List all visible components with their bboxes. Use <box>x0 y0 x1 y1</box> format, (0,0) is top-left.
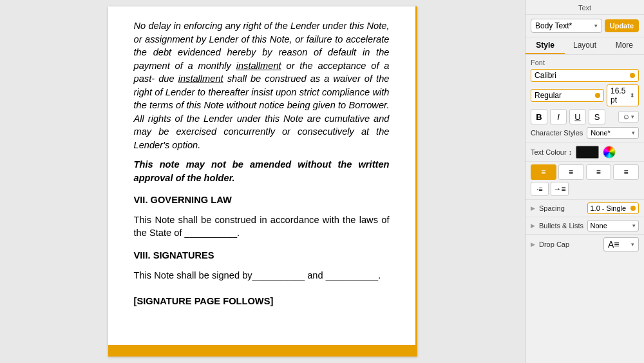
font-size-value: 16.5 pt <box>611 86 630 104</box>
align-left-button[interactable]: ≡ <box>531 164 556 180</box>
dropcap-collapse-arrow[interactable]: ▶ <box>531 241 535 248</box>
amendment-notice: This note may not be amended without the… <box>134 158 390 184</box>
section7-body: This Note shall be construed in accordan… <box>134 213 390 240</box>
alignment-section: ≡ ≡ ≡ ≡ ·≡ →≡ <box>526 162 644 200</box>
section8-heading: VIII. SIGNATURES <box>134 249 390 262</box>
char-styles-chevron: ▾ <box>632 130 635 136</box>
drop-cap-row: ▶ Drop Cap A≡ ▾ <box>526 235 644 254</box>
page-content: No delay in enforcing any right of the L… <box>134 19 390 308</box>
spacing-indicator <box>630 206 636 211</box>
spacing-select[interactable]: 1.0 - Single <box>587 202 639 214</box>
font-family-select[interactable]: Calibri <box>531 69 639 82</box>
tab-row: Style Layout More <box>526 37 644 55</box>
bullets-chevron: ▾ <box>632 222 636 229</box>
font-family-indicator <box>630 73 635 78</box>
character-styles-row: Character Styles None* ▾ <box>531 127 639 139</box>
char-styles-select[interactable]: None* ▾ <box>587 127 639 139</box>
document-page: No delay in enforcing any right of the L… <box>108 6 417 357</box>
strikethrough-button[interactable]: S <box>589 109 605 124</box>
list-style-button[interactable]: ·≡ <box>531 182 549 196</box>
dropcap-chevron: ▾ <box>631 241 634 248</box>
align-justify-button[interactable]: ≡ <box>613 164 639 180</box>
spacing-row: ▶ Spacing 1.0 - Single <box>526 200 644 217</box>
list-icon: ·≡ <box>536 185 542 193</box>
document-area: No delay in enforcing any right of the L… <box>0 0 525 363</box>
text-style-row: B I U S ☺ ▾ <box>531 109 639 124</box>
text-color-row: Text Colour ↕ <box>526 143 644 162</box>
font-weight-row: Regular 16.5 pt ⬍ <box>531 84 639 106</box>
font-more-button[interactable]: ☺ ▾ <box>618 111 639 123</box>
font-size-chevron: ⬍ <box>630 92 635 99</box>
style-selector-row: Body Text* ▾ Update <box>526 15 644 37</box>
section8-body: This Note shall be signed by__________ a… <box>134 269 390 282</box>
align-right-button[interactable]: ≡ <box>586 164 612 180</box>
update-button[interactable]: Update <box>605 19 639 32</box>
panel-title: Text <box>526 0 644 15</box>
style-selector-chevron: ▾ <box>594 23 598 29</box>
bullets-select[interactable]: None ▾ <box>587 220 639 231</box>
underline-button[interactable]: U <box>569 109 586 124</box>
spacing-value: 1.0 - Single <box>591 204 627 212</box>
style-selector[interactable]: Body Text* ▾ <box>531 19 602 33</box>
gold-bar-bottom <box>108 345 415 357</box>
style-selector-value: Body Text* <box>535 21 572 30</box>
spacing-label: Spacing <box>539 204 585 212</box>
tab-layout[interactable]: Layout <box>565 37 604 54</box>
font-weight-value: Regular <box>535 91 562 100</box>
spacing-collapse-arrow[interactable]: ▶ <box>531 205 535 211</box>
tab-style[interactable]: Style <box>526 37 565 54</box>
align-row-1: ≡ ≡ ≡ ≡ <box>531 164 639 180</box>
color-picker-button[interactable] <box>603 146 616 159</box>
paragraph-lender: No delay in enforcing any right of the L… <box>134 19 390 152</box>
char-styles-value: None* <box>591 129 611 137</box>
font-size-input[interactable]: 16.5 pt ⬍ <box>607 84 639 106</box>
align-center-button[interactable]: ≡ <box>558 164 584 180</box>
bold-button[interactable]: B <box>531 109 547 124</box>
font-label: Font <box>531 59 639 66</box>
font-section: Font Calibri Regular 16.5 pt ⬍ B I U S <box>526 55 644 143</box>
italic-button[interactable]: I <box>550 109 567 124</box>
align-left-icon: ≡ <box>541 168 545 177</box>
char-styles-label: Character Styles <box>531 129 583 137</box>
font-weight-select[interactable]: Regular <box>531 89 604 102</box>
align-center-icon: ≡ <box>569 168 573 177</box>
indent-increase-button[interactable]: →≡ <box>551 182 569 196</box>
align-right-icon: ≡ <box>596 168 601 177</box>
align-justify-icon: ≡ <box>624 168 629 177</box>
text-color-swatch[interactable] <box>576 146 599 159</box>
dropcap-label: Drop Cap <box>539 240 601 248</box>
dropcap-select[interactable]: A≡ ▾ <box>603 237 639 251</box>
indent-increase-icon: →≡ <box>553 184 565 193</box>
bullets-label: Bullets & Lists <box>539 222 585 230</box>
bullets-collapse-arrow[interactable]: ▶ <box>531 222 535 229</box>
bullets-value: None <box>591 222 607 230</box>
font-more-label: ☺ <box>623 113 630 121</box>
tab-more[interactable]: More <box>605 37 644 54</box>
font-weight-indicator <box>595 93 600 98</box>
font-family-value: Calibri <box>535 71 556 80</box>
font-family-row: Calibri <box>531 69 639 82</box>
text-color-label: Text Colour ↕ <box>531 148 572 156</box>
align-row-2: ·≡ →≡ <box>531 182 639 196</box>
bullets-row: ▶ Bullets & Lists None ▾ <box>526 217 644 235</box>
signature-page-follows: [SIGNATURE PAGE FOLLOWS] <box>134 295 390 308</box>
dropcap-icon: A≡ <box>608 239 620 250</box>
right-panel: Text Body Text* ▾ Update Style Layout Mo… <box>525 0 644 363</box>
section7-heading: VII. GOVERNING LAW <box>134 193 390 207</box>
font-more-chevron: ▾ <box>631 113 634 120</box>
